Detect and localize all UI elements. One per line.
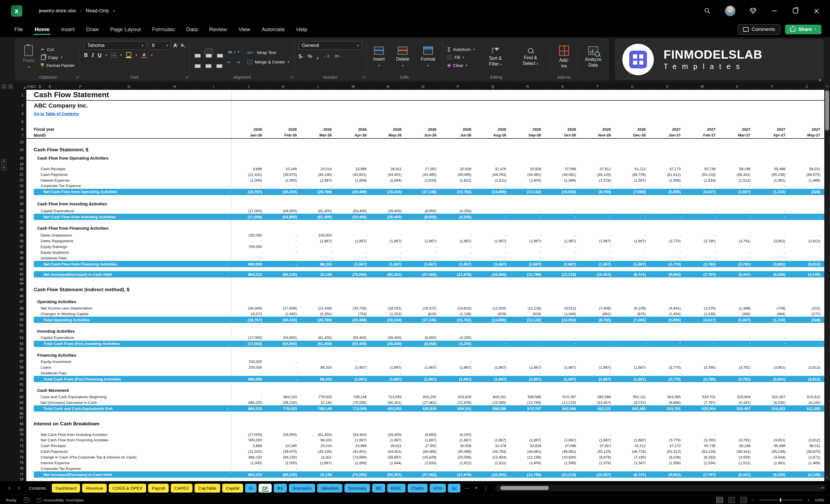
cell[interactable]: - [685,215,720,219]
cell[interactable]: - [789,371,824,375]
cell[interactable]: (75,555) [336,272,371,277]
cell[interactable]: (1,667) [371,365,406,370]
cell[interactable]: (61,400) [301,209,336,213]
cell[interactable]: - [545,371,580,375]
sheet-tab-summary[interactable]: Summary [344,484,370,493]
cell[interactable]: - [685,433,720,437]
cell[interactable]: (3,812) [789,365,824,370]
cell[interactable]: (85,230) [266,272,301,277]
underline-button[interactable]: U [98,53,101,58]
cell[interactable]: 2026 [615,127,650,132]
cell[interactable]: (1,644) [371,178,406,183]
cell[interactable]: (1,622) [441,178,475,183]
cell[interactable]: - [227,406,228,411]
cell[interactable]: - [406,233,441,238]
cell[interactable]: (53,218) [685,449,720,454]
column-header-O[interactable]: O [406,83,441,90]
cell[interactable]: (1,667) [510,365,545,370]
cell[interactable]: (1,667) [510,438,545,442]
row-header-70[interactable]: 70 [0,432,26,437]
cell[interactable]: (53,400) [336,336,371,340]
cell[interactable]: 511,283 [789,406,824,411]
cell[interactable]: (18,767) [231,190,266,194]
cell[interactable]: (54,900) [266,336,301,340]
cell[interactable]: - [789,245,824,249]
cell[interactable]: (13,799) [510,473,545,477]
row-header-2[interactable]: 2 [0,101,26,111]
format-cells-button[interactable]: Format▾ [418,46,438,68]
row-header-76[interactable]: 76 [0,466,26,471]
cell[interactable]: (58,657) [371,455,406,460]
cell[interactable]: (85,230) [266,473,301,477]
cell[interactable]: - [266,184,301,188]
cell[interactable]: (1,667) [475,377,510,381]
cell[interactable]: (44,461) [510,172,545,177]
column-header-E[interactable]: E [44,83,56,90]
cell[interactable]: 2026 [545,127,580,132]
cell[interactable]: Mar-26 [301,133,336,137]
cell[interactable]: (819) [406,312,441,316]
sheet-tab-valuation[interactable]: Valuation [317,484,342,493]
row-header-54[interactable]: 54 [0,341,26,347]
cell[interactable]: 37,098 [545,167,580,171]
cell[interactable]: - [510,342,545,346]
row-header-65[interactable]: 65 [0,405,26,412]
cell[interactable]: - [510,433,545,437]
cell[interactable]: (27,462) [406,401,441,405]
cell[interactable]: - [580,233,615,238]
sort-filter-button[interactable]: AZ Sort & Filter ▾ [481,48,510,67]
cell[interactable]: (5,447) [720,401,755,405]
cell[interactable]: (75,555) [336,401,371,405]
table-of-contents-link[interactable]: Go to Table of Contents [34,112,79,116]
sheet-tab-cf[interactable]: CF [259,484,272,493]
cell[interactable]: - [406,467,441,471]
cell[interactable]: (1,600) [510,461,545,465]
menu-tab-formulas[interactable]: Formulas [147,24,181,35]
cell[interactable]: (1,667) [336,377,371,381]
cell[interactable]: - [685,209,720,213]
cell[interactable]: 37,098 [545,444,580,448]
cell[interactable]: - [406,184,441,188]
row-header-78[interactable]: 78 [0,478,26,481]
cell[interactable]: - [615,233,650,238]
cell[interactable]: - [301,184,336,188]
row-header-32[interactable]: 32 [0,220,26,224]
cell[interactable]: - [336,359,371,364]
cell[interactable]: - [545,245,580,249]
sheet-tab-scenarios[interactable]: Scenarios [289,484,316,493]
scroll-down-icon[interactable]: ▾ [824,476,830,479]
cell[interactable]: 2026 [406,127,441,132]
cell[interactable]: (5,447) [720,272,755,277]
cell[interactable]: (1,233) [755,190,789,194]
cell[interactable]: (1,000) [231,178,266,183]
cell[interactable]: (1,567) [615,178,650,183]
cell[interactable]: 30,926 [441,444,475,448]
cell[interactable]: (53,400) [336,342,371,346]
cell[interactable]: - [371,256,406,260]
cell[interactable]: (3,801) [755,438,789,442]
cell[interactable]: (1,000) [266,178,301,183]
cell[interactable]: 2026 [336,127,371,132]
row-header-6[interactable]: 6 [0,126,26,132]
cell[interactable]: Mar-27 [720,133,755,137]
sheet-tab-payroll[interactable]: Payroll [148,484,169,493]
row-header-29[interactable]: 29 [0,208,26,214]
cell[interactable]: (1,556) [650,461,685,465]
cell[interactable]: (1,633) [406,178,441,183]
cell[interactable]: 515,422 [789,395,824,399]
cell[interactable]: (61,400) [301,336,336,340]
cell[interactable]: - [545,250,580,255]
cell[interactable]: (3,791) [720,365,755,370]
zoom-slider[interactable] [759,500,802,500]
cell[interactable]: (30,330) [266,190,301,194]
sheet-tab-dashboard[interactable]: Dashboard [52,484,80,493]
cell[interactable]: (1,454) [650,312,685,316]
cell[interactable]: (1,000) [266,461,301,465]
cell[interactable]: (1,491) [755,178,789,183]
cell[interactable]: Dec-26 [615,133,650,137]
cell[interactable]: (5,035) [755,272,789,277]
cell[interactable]: - [755,250,789,255]
clipboard-dialog-launcher-icon[interactable]: ⇲ [76,75,78,79]
cell[interactable]: (34,340) [231,306,266,310]
cell[interactable]: 864,233 [231,401,266,405]
